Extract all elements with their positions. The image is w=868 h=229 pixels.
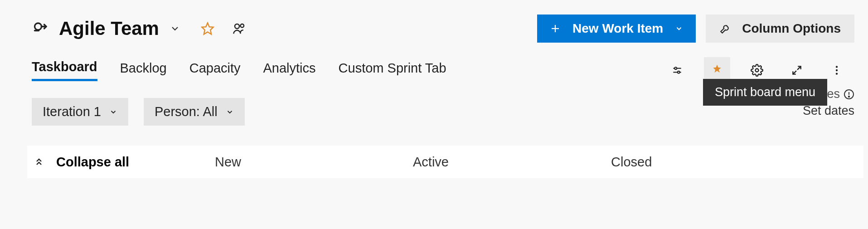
favorite-star-icon[interactable]: [200, 21, 215, 36]
set-dates-link[interactable]: Set dates: [744, 104, 854, 118]
column-active: Active: [413, 155, 611, 170]
more-vertical-icon[interactable]: [824, 57, 850, 83]
chevron-down-icon: [109, 108, 117, 116]
tab-custom-sprint[interactable]: Custom Sprint Tab: [339, 61, 446, 80]
collapse-all-label: Collapse all: [56, 155, 129, 170]
column-new: New: [215, 155, 413, 170]
wrench-icon: [719, 23, 731, 34]
team-chevron-down-icon[interactable]: [168, 22, 182, 35]
tabs-row: Taskboard Backlog Capacity Analytics Cus…: [32, 60, 868, 81]
svg-point-9: [678, 71, 680, 73]
team-name: Agile Team: [59, 18, 159, 39]
column-options-label: Column Options: [742, 21, 841, 36]
plus-icon: [550, 23, 561, 34]
svg-point-15: [836, 73, 838, 74]
new-work-item-button[interactable]: New Work Item: [537, 15, 696, 43]
svg-point-3: [240, 24, 244, 28]
svg-point-7: [674, 67, 677, 69]
filter-sliders-icon[interactable]: [664, 57, 690, 83]
iteration-label: Iteration 1: [43, 104, 101, 119]
svg-marker-1: [202, 23, 213, 34]
warning-icon: [844, 89, 854, 100]
svg-point-13: [836, 66, 838, 68]
new-work-item-label: New Work Item: [572, 21, 663, 36]
person-filter[interactable]: Person: All: [144, 98, 245, 126]
tab-analytics[interactable]: Analytics: [263, 61, 316, 80]
iteration-filter[interactable]: Iteration 1: [32, 98, 128, 126]
board-columns-header: Collapse all New Active Closed: [27, 146, 863, 178]
tab-backlog[interactable]: Backlog: [120, 61, 167, 80]
svg-point-2: [235, 24, 239, 29]
tooltip-sprint-board-menu: Sprint board menu: [703, 79, 827, 106]
chevron-down-icon: [226, 108, 234, 116]
sprint-icon: [32, 19, 50, 38]
svg-point-18: [849, 96, 849, 97]
chevron-down-icon: [675, 24, 683, 33]
team-members-icon[interactable]: [232, 21, 247, 36]
toolbar-icons: Sprint board menu: [664, 57, 850, 83]
tab-taskboard[interactable]: Taskboard: [32, 59, 97, 81]
header-row: Agile Team New Work Item Column Options: [32, 17, 868, 40]
collapse-all[interactable]: Collapse all: [34, 155, 215, 170]
svg-point-0: [35, 23, 42, 30]
column-options-button[interactable]: Column Options: [706, 15, 854, 43]
column-closed: Closed: [611, 155, 863, 170]
collapse-chevrons-icon: [34, 156, 44, 167]
person-label: Person: All: [155, 104, 218, 119]
svg-point-10: [756, 69, 759, 72]
tab-capacity[interactable]: Capacity: [189, 61, 241, 80]
svg-point-14: [836, 69, 838, 71]
